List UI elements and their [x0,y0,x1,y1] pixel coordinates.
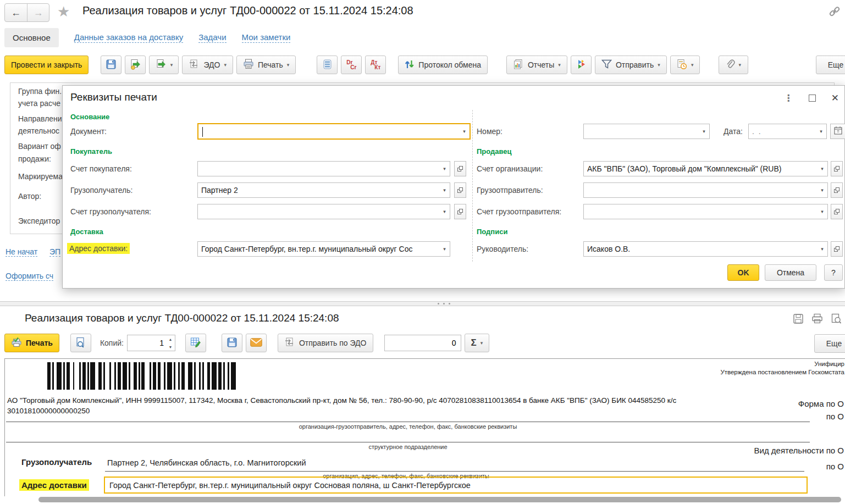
copies-spinner[interactable]: ▲▼ [127,335,175,351]
attachments-button[interactable]: ▾ [719,56,748,74]
spin-up-icon[interactable]: ▲ [166,335,175,343]
number-field[interactable]: ▾ [583,124,710,139]
link-not-started[interactable]: Не начат [5,247,37,257]
cancel-button[interactable]: Отмена [765,264,816,281]
buyer-account-input[interactable] [198,162,439,176]
delivery-address-input[interactable] [198,242,439,256]
send-edo-button[interactable]: Отправить по ЭДО [278,334,373,352]
total-field[interactable] [384,335,461,351]
more-button-bottom[interactable]: Еще [814,334,845,353]
chevron-down-icon[interactable]: ▾ [817,204,827,219]
sum-button[interactable]: Σ▾ [465,334,490,352]
dt-kt-button[interactable]: ДтКт [365,56,386,74]
close-icon[interactable]: ✕ [831,92,839,104]
link-create-invoice[interactable]: Оформить сч [5,272,53,281]
edo-button[interactable]: ЭДО▾ [182,56,233,74]
print-consignee-label: Грузополучатель [21,457,92,467]
spinner-arrows[interactable]: ▲▼ [166,335,175,351]
forward-button[interactable]: → [27,4,49,21]
consignee-field[interactable]: ▾ [197,182,450,198]
buyer-account-field[interactable]: ▾ [197,161,450,176]
tab-tasks[interactable]: Задачи [198,32,226,43]
more-button-top[interactable]: Еще [816,56,845,74]
manager-open-button[interactable] [831,241,843,257]
dr-cr-button[interactable]: DrCr [341,56,362,74]
pane-splitter[interactable] [0,301,845,306]
tab-main[interactable]: Основное [4,28,59,47]
ok-button[interactable]: OK [727,264,759,281]
consignee-input[interactable] [198,183,439,197]
post-and-close-button[interactable]: Провести и закрыть [4,56,89,74]
horizontal-scrollbar[interactable] [38,497,841,502]
favorite-star-icon[interactable]: ★ [57,3,70,20]
calendar-button[interactable] [830,124,845,139]
document-field[interactable]: ▾ [197,123,471,140]
chevron-down-icon[interactable]: ▾ [439,162,450,176]
consignee-account-open-button[interactable] [454,204,466,219]
edit-table-button[interactable] [185,334,206,352]
shipper-input[interactable] [584,183,817,197]
print-button[interactable]: Печать▾ [236,56,296,74]
tab-delivery-orders[interactable]: Данные заказов на доставку [74,32,183,43]
consignee-open-button[interactable] [454,182,466,198]
org-account-field[interactable]: ▾ [583,161,828,176]
chevron-down-icon[interactable]: ▾ [699,124,709,139]
get-link-icon[interactable] [829,5,841,19]
copies-input[interactable] [128,335,166,351]
reports-button[interactable]: Отчеты▾ [506,56,567,74]
org-account-open-button[interactable] [831,161,843,176]
register-records-button[interactable] [317,56,338,74]
save-mini-button[interactable] [793,313,804,326]
preview-corner-icons [793,313,842,326]
total-input[interactable] [385,339,461,347]
consignee-account-field[interactable]: ▾ [197,204,450,219]
shipper-account-open-button[interactable] [831,204,843,219]
kebab-menu-icon[interactable]: ⋮ [784,92,793,104]
preview-print-button[interactable]: Печать [4,334,59,352]
back-button[interactable]: ← [5,4,27,21]
tab-my-notes[interactable]: Мои заметки [242,32,291,43]
chevron-down-icon[interactable]: ▾ [439,242,450,256]
link-ep[interactable]: ЭП [49,247,60,257]
chevron-down-icon: ▾ [170,62,173,68]
org-account-input[interactable] [584,162,817,176]
chevron-down-icon[interactable]: ▾ [459,124,470,139]
save-button[interactable] [101,56,121,74]
consignee-account-input[interactable] [198,204,439,219]
buyer-account-open-button[interactable] [454,161,466,176]
chevron-down-icon[interactable]: ▾ [439,183,450,197]
shipper-open-button[interactable] [831,182,843,198]
exchange-protocol-button[interactable]: Протокол обмена [398,56,488,74]
preview-save-button[interactable] [222,334,242,352]
manager-input[interactable] [584,242,817,256]
spin-down-icon[interactable]: ▼ [166,343,175,351]
manager-field[interactable]: ▾ [583,241,828,257]
dialog-title: Реквизиты печати [70,91,157,103]
chevron-down-icon[interactable]: ▾ [816,124,826,139]
chevron-down-icon[interactable]: ▾ [817,242,827,256]
print-mini-button[interactable] [811,313,823,326]
deferred-document-button[interactable]: ▾ [670,56,700,74]
document-clock-icon [676,59,687,71]
shipper-field[interactable]: ▾ [583,182,828,198]
chevron-down-icon[interactable]: ▾ [439,204,450,219]
shipper-account-field[interactable]: ▾ [583,204,828,219]
bi-analysis-button[interactable] [571,56,592,74]
email-button[interactable] [246,334,267,352]
shipper-account-input[interactable] [584,204,817,219]
post-menu-button[interactable]: ▾ [149,56,179,74]
preview-mini-button[interactable] [831,313,842,326]
delivery-address-field[interactable]: ▾ [197,241,450,257]
print-delivery-box[interactable]: Город Санкт-Петербург, вн.тер.г. муницип… [104,477,808,494]
help-button[interactable]: ? [824,264,843,281]
send-button[interactable]: Отправить▾ [595,56,667,74]
number-input[interactable] [584,124,699,139]
chevron-down-icon[interactable]: ▾ [817,183,827,197]
chevron-down-icon[interactable]: ▾ [817,162,827,176]
date-field[interactable]: ▾ [748,124,827,139]
maximize-icon[interactable] [809,95,816,102]
preview-mode-button[interactable] [70,334,91,352]
date-input[interactable] [749,124,816,139]
post-document-button[interactable] [125,56,146,74]
document-input[interactable] [198,124,459,139]
